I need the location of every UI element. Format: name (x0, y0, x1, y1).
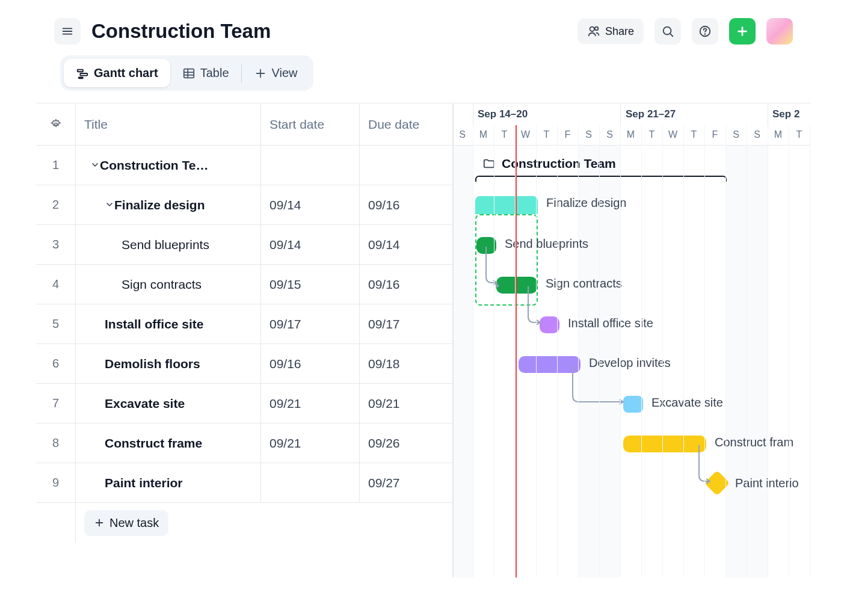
col-title[interactable]: Title (76, 103, 261, 145)
task-due-cell[interactable]: 09/21 (360, 384, 452, 423)
table-row[interactable]: 6Demolish floors09/1609/18 (36, 344, 452, 384)
task-start-cell[interactable]: 09/17 (261, 304, 360, 343)
task-start-cell[interactable]: 09/14 (261, 225, 360, 264)
gridline (494, 125, 494, 578)
row-number: 3 (36, 225, 76, 264)
gridline (641, 125, 642, 578)
task-start-cell[interactable] (261, 146, 360, 185)
task-title-cell[interactable]: Excavate site (76, 384, 261, 423)
table-row[interactable]: 2Finalize design09/1409/16 (36, 185, 452, 225)
table-row[interactable]: 4Sign contracts09/1509/16 (36, 265, 452, 304)
task-title-cell[interactable]: Send blueprints (76, 225, 261, 264)
page-title: Construction Team (91, 20, 567, 43)
gridline (578, 125, 579, 578)
task-title-cell[interactable]: Construction Te… (76, 146, 261, 185)
day-cell: S (599, 129, 620, 140)
task-title: Excavate site (105, 396, 185, 410)
gear-icon[interactable] (50, 119, 62, 131)
day-cell: T (683, 129, 704, 140)
gridline (557, 125, 558, 578)
row-number: 8 (36, 424, 76, 463)
add-button[interactable] (729, 18, 756, 45)
task-start-cell[interactable]: 09/16 (261, 344, 360, 383)
plus-icon (94, 517, 105, 528)
task-start-cell[interactable]: 09/21 (261, 424, 360, 463)
task-title-cell[interactable]: Construct frame (76, 424, 261, 463)
table-row[interactable]: 1Construction Te… (36, 146, 452, 185)
task-title: Paint interior (105, 476, 183, 490)
gantt-bar-construct[interactable]: Construct fram (623, 436, 706, 452)
svg-rect-12 (80, 73, 87, 76)
task-start-cell[interactable]: 09/14 (261, 185, 360, 224)
gridline (725, 125, 726, 578)
task-title-cell[interactable]: Sign contracts (76, 265, 261, 304)
day-cell: W (515, 129, 536, 140)
row-number: 2 (36, 185, 76, 224)
svg-point-4 (595, 27, 599, 31)
tab-add-view[interactable]: View (242, 59, 310, 87)
day-cell: S (454, 129, 473, 140)
chevron-down-icon[interactable] (105, 200, 114, 209)
day-cell: T (641, 129, 662, 140)
col-start[interactable]: Start date (261, 103, 360, 145)
row-number: 1 (36, 146, 76, 185)
task-due-cell[interactable]: 09/26 (360, 424, 452, 463)
week-label: Sep 14–20 (478, 108, 528, 120)
menu-button[interactable] (54, 18, 81, 45)
gridline (810, 125, 810, 578)
share-button[interactable]: Share (578, 19, 644, 44)
week-label: Sep 2 (772, 108, 799, 120)
task-title-cell[interactable]: Install office site (76, 304, 261, 343)
search-icon (661, 25, 674, 38)
task-start-cell[interactable] (261, 463, 360, 502)
task-due-cell[interactable]: 09/17 (360, 304, 452, 343)
table-row[interactable]: 5Install office site09/1709/17 (36, 304, 452, 344)
project-bracket (475, 176, 727, 182)
gridline (662, 125, 663, 578)
task-due-cell[interactable]: 09/18 (360, 344, 452, 383)
table-row[interactable]: 7Excavate site09/2109/21 (36, 384, 452, 424)
day-cell: M (620, 129, 641, 140)
task-title: Send blueprints (122, 238, 209, 251)
table-row[interactable]: 8Construct frame09/2109/26 (36, 424, 452, 463)
week-label: Sep 21–27 (626, 108, 676, 120)
day-cell: T (536, 129, 557, 140)
search-button[interactable] (654, 18, 681, 45)
task-due-cell[interactable]: 09/27 (360, 463, 452, 502)
svg-rect-14 (183, 69, 194, 78)
help-icon (698, 25, 712, 38)
tab-gantt[interactable]: Gantt chart (64, 59, 170, 87)
gridline (704, 125, 705, 578)
task-title-cell[interactable]: Paint interior (76, 463, 261, 502)
hamburger-icon (61, 25, 74, 38)
gantt-bar-finalize[interactable]: Finalize design (475, 196, 538, 214)
chevron-down-icon[interactable] (90, 160, 100, 170)
gridline (789, 125, 789, 578)
svg-rect-11 (78, 69, 83, 72)
tab-table[interactable]: Table (170, 59, 241, 87)
new-task-button[interactable]: New task (84, 510, 168, 536)
day-cell: M (768, 129, 789, 140)
task-title-cell[interactable]: Demolish floors (76, 344, 261, 383)
row-number: 9 (36, 463, 76, 502)
help-button[interactable] (692, 18, 718, 45)
day-cell: M (473, 129, 494, 140)
table-row[interactable]: 3Send blueprints09/1409/14 (36, 225, 452, 265)
task-start-cell[interactable]: 09/15 (261, 265, 360, 304)
task-title: Finalize design (114, 198, 205, 212)
col-due[interactable]: Due date (360, 103, 452, 145)
task-title-cell[interactable]: Finalize design (76, 185, 261, 224)
task-due-cell[interactable]: 09/14 (360, 225, 452, 264)
gridline (620, 125, 621, 578)
avatar[interactable] (766, 18, 793, 45)
task-due-cell[interactable]: 09/16 (360, 265, 452, 304)
plus-icon (254, 67, 267, 80)
tab-table-label: Table (200, 66, 229, 80)
task-start-cell[interactable]: 09/21 (261, 384, 360, 423)
task-due-cell[interactable]: 09/16 (360, 185, 452, 224)
table-row[interactable]: 9Paint interior09/27 (36, 463, 452, 503)
task-due-cell[interactable] (360, 146, 452, 185)
task-title: Demolish floors (105, 357, 200, 371)
gridline (536, 125, 537, 578)
gantt-project-summary[interactable]: Construction Team (482, 156, 616, 171)
